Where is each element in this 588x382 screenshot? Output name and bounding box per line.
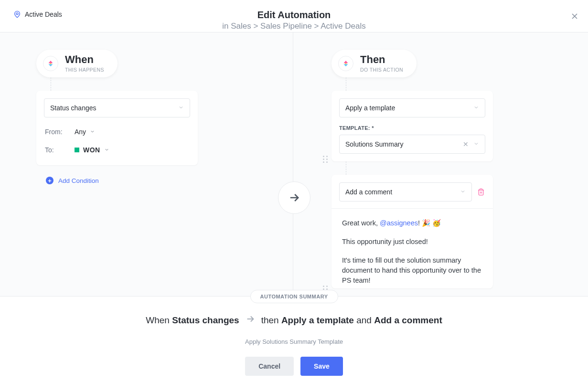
when-subtitle: THIS HAPPENS (65, 67, 104, 73)
action-card-comment: Add a comment Great work, @assignees! 🎉 … (331, 175, 493, 288)
title-block: Edit Automation in Sales > Sales Pipelin… (222, 10, 366, 31)
chevron-down-icon (473, 104, 479, 112)
action-select-value: Add a comment (345, 188, 392, 196)
from-value-select[interactable]: Any (75, 128, 95, 136)
from-label: From: (45, 128, 75, 136)
then-column: Then DO THIS ACTION Apply a template TEM… (293, 32, 588, 296)
chevron-down-icon (104, 146, 109, 154)
plus-circle-icon: + (46, 177, 53, 184)
then-subtitle: DO THIS ACTION (360, 67, 403, 73)
close-button[interactable] (570, 11, 579, 23)
summary-line: When Status changes then Apply a templat… (0, 314, 588, 327)
trigger-card: Status changes From: Any To: WON (36, 91, 198, 165)
add-condition-button[interactable]: + Add Condition (46, 177, 99, 184)
breadcrumb: in Sales > Sales Pipeline > Active Deals (222, 21, 366, 31)
to-value-select[interactable]: WON (75, 146, 109, 154)
top-bar: Active Deals Edit Automation in Sales > … (0, 0, 588, 32)
chevron-down-icon (460, 188, 466, 196)
location-label: Active Deals (25, 11, 62, 18)
location-pin-icon (13, 11, 21, 18)
chevron-down-icon (473, 140, 479, 148)
action-select[interactable]: Apply a template (339, 98, 485, 117)
chevron-down-icon (90, 128, 95, 136)
connector-line (51, 77, 51, 91)
action-select-value: Apply a template (345, 104, 395, 112)
action-card-template: Apply a template TEMPLATE: * Solutions S… (331, 91, 493, 161)
to-label: To: (45, 146, 75, 154)
mention-assignees[interactable]: @assignees (380, 219, 418, 227)
summary-chip: AUTOMATION SUMMARY (250, 290, 338, 303)
when-header: When THIS HAPPENS (36, 50, 118, 77)
template-select-value: Solutions Summary (345, 140, 403, 148)
location: Active Deals (13, 11, 62, 18)
when-title: When (65, 54, 104, 65)
action-select[interactable]: Add a comment (339, 182, 472, 202)
to-row: To: WON (44, 146, 190, 154)
workspace: When THIS HAPPENS Status changes From: A… (0, 32, 588, 296)
template-select[interactable]: Solutions Summary ✕ (339, 135, 485, 154)
brand-icon (338, 56, 353, 71)
status-dot-icon (75, 148, 79, 152)
chevron-down-icon (178, 104, 184, 112)
save-button[interactable]: Save (300, 357, 343, 376)
drag-handle-icon[interactable] (323, 156, 328, 163)
trigger-select[interactable]: Status changes (44, 98, 190, 117)
trigger-select-value: Status changes (50, 104, 96, 112)
flow-arrow-icon (278, 181, 310, 214)
page-title: Edit Automation (222, 10, 366, 21)
svg-point-0 (16, 13, 18, 15)
then-header: Then DO THIS ACTION (331, 50, 417, 77)
button-row: Cancel Save (0, 357, 588, 376)
template-label: TEMPLATE: * (339, 125, 485, 131)
arrow-right-icon (245, 314, 256, 327)
delete-action-button[interactable] (477, 188, 485, 196)
comment-body[interactable]: Great work, @assignees! 🎉 🥳 This opportu… (331, 208, 493, 288)
summary-subtext: Apply Solutions Summary Template (0, 338, 588, 345)
from-row: From: Any (44, 128, 190, 136)
clear-x-icon[interactable]: ✕ (463, 140, 469, 148)
when-column: When THIS HAPPENS Status changes From: A… (0, 32, 293, 296)
brand-icon (43, 56, 58, 71)
footer: AUTOMATION SUMMARY When Status changes t… (0, 296, 588, 382)
then-title: Then (360, 54, 403, 65)
connector-line (346, 77, 346, 91)
cancel-button[interactable]: Cancel (245, 357, 294, 376)
connector-line (346, 161, 346, 175)
